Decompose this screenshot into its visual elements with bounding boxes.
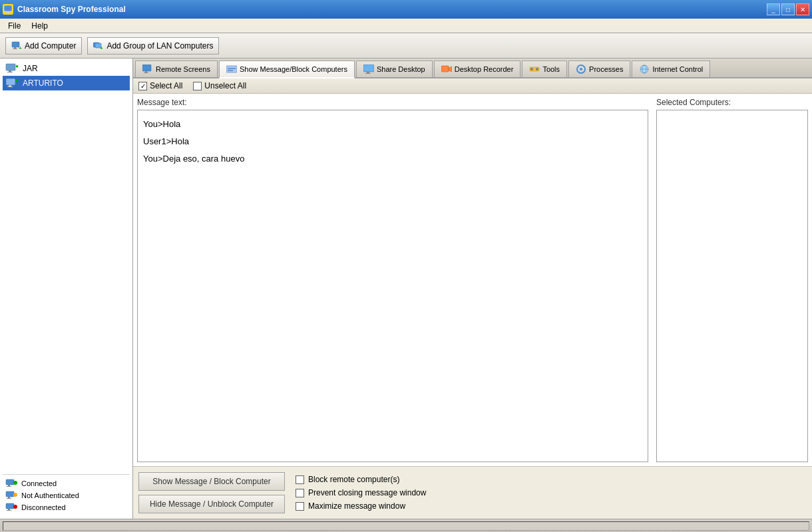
message-label: Message text: — [137, 98, 648, 107]
not-authenticated-icon — [5, 491, 17, 500]
svg-rect-0 — [4, 5, 12, 11]
action-buttons: Show Message / Block Computer Hide Messa… — [138, 472, 285, 513]
svg-rect-27 — [8, 509, 10, 510]
toolbar: + Add Computer + Add Group of LAN Comput… — [0, 33, 812, 59]
svg-rect-1 — [7, 11, 9, 13]
svg-point-43 — [536, 68, 538, 70]
block-remote-checkbox[interactable] — [296, 475, 304, 484]
content-split: Message text: You>Hola User1>Hola You>De… — [133, 94, 812, 466]
selected-computers-area: Selected Computers: — [652, 94, 812, 466]
tab-internet-control[interactable]: Internet Control — [632, 61, 710, 77]
message-line-3: User1>Hola — [143, 133, 642, 150]
tab-share-desktop[interactable]: Share Desktop — [356, 61, 433, 77]
svg-text:●: ● — [15, 78, 19, 84]
add-computer-button[interactable]: + Add Computer — [5, 37, 82, 55]
maximize-window-checkbox[interactable] — [296, 502, 304, 511]
svg-rect-10 — [6, 64, 15, 70]
sidebar-item-arturito[interactable]: ● ARTURITO — [3, 76, 130, 90]
menu-bar: File Help — [0, 19, 812, 33]
status-not-authenticated: Not Authenticated — [5, 489, 127, 501]
tab-label-processes: Processes — [589, 65, 623, 73]
window-controls[interactable]: _ □ ✕ — [767, 3, 809, 15]
hide-message-button[interactable]: Hide Message / Unblock Computer — [138, 495, 285, 513]
tab-label-desktop-recorder: Desktop Recorder — [455, 65, 514, 73]
svg-point-45 — [580, 68, 582, 70]
status-bar — [0, 519, 812, 532]
status-section: Connected Not Authenticated — [3, 474, 130, 516]
svg-rect-19 — [8, 485, 10, 486]
minimize-button[interactable]: _ — [767, 3, 780, 15]
computer-icon-arturito: ● — [5, 78, 19, 88]
svg-rect-37 — [367, 72, 369, 73]
status-bar-inner — [3, 521, 809, 531]
maximize-window-label: Maximize message window — [308, 501, 405, 511]
menu-file[interactable]: File — [3, 20, 26, 32]
svg-point-25 — [13, 493, 17, 497]
select-all-checkbox[interactable]: ✓ — [138, 82, 147, 90]
tab-label-tools: Tools — [542, 65, 560, 73]
message-area: Message text: You>Hola User1>Hola You>De… — [133, 94, 652, 466]
main-layout: ● JAR ● ARTURITO — [0, 59, 812, 519]
sidebar-item-jar[interactable]: ● JAR — [3, 61, 130, 76]
tab-bar: Remote Screens Show Message/Block Comput… — [133, 59, 812, 78]
unselect-all-label: Unselect All — [204, 81, 246, 90]
prevent-closing-label: Prevent closing message window — [308, 488, 426, 497]
select-all-item[interactable]: ✓ Select All — [138, 81, 182, 90]
svg-text:+: + — [100, 45, 103, 51]
connected-icon — [5, 479, 17, 488]
svg-point-21 — [13, 481, 17, 485]
internet-control-icon — [639, 64, 650, 74]
maximize-window-item[interactable]: Maximize message window — [296, 501, 426, 511]
show-message-button[interactable]: Show Message / Block Computer — [138, 472, 285, 491]
select-all-label: Select All — [150, 81, 182, 90]
message-line-1: You>Hola — [143, 116, 642, 133]
svg-rect-33 — [226, 66, 237, 72]
prevent-closing-checkbox[interactable] — [296, 489, 304, 497]
svg-rect-16 — [7, 86, 13, 87]
svg-rect-32 — [144, 72, 148, 73]
tab-label-share-desktop: Share Desktop — [377, 65, 425, 73]
svg-rect-5 — [13, 49, 17, 49]
tab-content: ✓ Select All Unselect All Message text: … — [133, 78, 812, 519]
svg-rect-39 — [441, 66, 449, 72]
tab-label-remote-screens: Remote Screens — [156, 65, 210, 73]
status-connected: Connected — [5, 477, 127, 489]
tab-desktop-recorder[interactable]: Desktop Recorder — [434, 61, 521, 77]
tab-remote-screens[interactable]: Remote Screens — [135, 61, 218, 77]
tab-show-message[interactable]: Show Message/Block Computers — [219, 61, 355, 78]
message-text-area[interactable]: You>Hola User1>Hola You>Deja eso, cara h… — [137, 110, 648, 462]
svg-marker-40 — [449, 66, 452, 72]
svg-rect-36 — [363, 65, 374, 72]
block-remote-item[interactable]: Block remote computer(s) — [296, 475, 426, 484]
tab-processes[interactable]: Processes — [568, 61, 630, 77]
prevent-closing-item[interactable]: Prevent closing message window — [296, 488, 426, 497]
unselect-all-item[interactable]: Unselect All — [193, 81, 246, 90]
add-group-icon: + — [93, 41, 104, 51]
svg-rect-11 — [9, 70, 11, 72]
close-button[interactable]: ✕ — [796, 3, 809, 15]
remote-screens-icon — [142, 64, 153, 74]
block-remote-label: Block remote computer(s) — [308, 475, 399, 484]
menu-help[interactable]: Help — [26, 20, 53, 32]
message-line-5: You>Deja eso, cara huevo — [143, 150, 642, 168]
add-group-button[interactable]: + Add Group of LAN Computers — [87, 37, 219, 55]
svg-rect-28 — [7, 510, 11, 511]
maximize-button[interactable]: □ — [781, 3, 795, 15]
svg-text:+: + — [19, 45, 22, 51]
content-area: Remote Screens Show Message/Block Comput… — [133, 59, 812, 519]
share-desktop-icon — [363, 64, 374, 74]
app-title: Classroom Spy Professional — [17, 5, 126, 14]
svg-rect-20 — [7, 486, 11, 487]
show-message-icon — [226, 64, 237, 74]
svg-rect-4 — [14, 47, 16, 49]
app-icon — [3, 4, 13, 15]
tab-tools[interactable]: Tools — [522, 61, 567, 77]
sidebar: ● JAR ● ARTURITO — [0, 59, 133, 519]
add-computer-icon: + — [11, 41, 22, 51]
computer-icon-jar: ● — [5, 63, 19, 74]
unselect-all-checkbox[interactable] — [193, 82, 202, 90]
tools-icon — [529, 64, 540, 74]
desktop-recorder-icon — [441, 64, 452, 74]
processes-icon — [576, 64, 586, 74]
sidebar-label-jar: JAR — [23, 64, 38, 73]
